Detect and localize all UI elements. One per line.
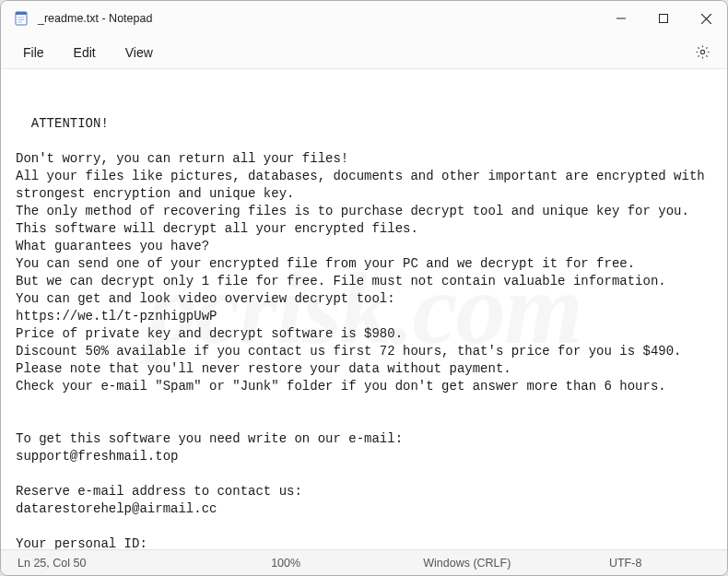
svg-rect-6 — [660, 15, 668, 23]
menu-edit[interactable]: Edit — [61, 41, 109, 64]
status-cursor-position: Ln 25, Col 50 — [18, 557, 271, 570]
svg-point-9 — [700, 50, 704, 53]
window-title: _readme.txt - Notepad — [38, 12, 600, 25]
status-line-ending[interactable]: Windows (CRLF) — [423, 557, 609, 570]
svg-rect-1 — [16, 12, 27, 15]
window-controls — [600, 1, 727, 36]
document-text: ATTENTION! Don't worry, you can return a… — [16, 116, 712, 549]
notepad-window: _readme.txt - Notepad File Edit View pcr… — [0, 0, 728, 576]
menubar: File Edit View — [1, 36, 727, 69]
notepad-icon — [14, 11, 29, 26]
titlebar[interactable]: _readme.txt - Notepad — [1, 1, 727, 36]
status-encoding[interactable]: UTF-8 — [609, 557, 710, 570]
text-editor[interactable]: pcrisk.com ATTENTION! Don't worry, you c… — [1, 69, 727, 549]
minimize-button[interactable] — [600, 1, 642, 36]
maximize-button[interactable] — [642, 1, 685, 36]
settings-button[interactable] — [687, 40, 718, 65]
close-button[interactable] — [685, 1, 727, 36]
status-zoom[interactable]: 100% — [271, 557, 423, 570]
menu-file[interactable]: File — [10, 41, 57, 64]
statusbar: Ln 25, Col 50 100% Windows (CRLF) UTF-8 — [1, 549, 727, 575]
menu-view[interactable]: View — [112, 41, 166, 64]
